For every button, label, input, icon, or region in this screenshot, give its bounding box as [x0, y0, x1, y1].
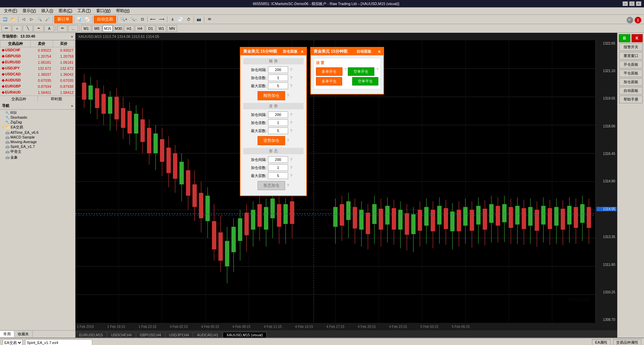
auto-trade-btn[interactable]: 自动交易 — [94, 16, 116, 23]
add-panel-header[interactable]: 黄金美元 15分钟图 加仓面板 × — [240, 48, 306, 55]
tab-common[interactable]: 常用 — [0, 331, 14, 337]
shape-multiplier-input[interactable] — [268, 164, 288, 171]
ea-name-input[interactable] — [25, 339, 92, 345]
zoom-in-btn[interactable]: 🔍 — [36, 16, 43, 23]
nav-stochastic[interactable]: 🔧 Stochastic — [1, 115, 74, 120]
minimize-btn[interactable]: ─ — [623, 1, 628, 6]
add-panel-btn[interactable]: 加仓面板 — [619, 78, 643, 86]
window-controls[interactable]: ─ □ × — [623, 1, 641, 6]
market-price-row[interactable]: ◆USDJPY 132.672 132.672 — [0, 65, 75, 71]
shape-interval-qmark[interactable]: ? — [290, 158, 292, 162]
cursor-tool[interactable]: + — [12, 25, 22, 32]
chart-btn1[interactable]: 📊 — [75, 16, 83, 23]
tab-usdchf[interactable]: USDCHF,H4 — [107, 332, 136, 338]
trend-interval-input[interactable] — [268, 66, 288, 73]
text-tool[interactable]: A — [44, 25, 54, 32]
shape-add-btn[interactable]: 形态加仓 — [258, 181, 285, 190]
symbol-properties-btn[interactable]: 交易品种属性 — [613, 339, 641, 345]
market-price-row[interactable]: ◆EURGBP 0.87934 0.87938 — [0, 83, 75, 90]
new-btn[interactable]: 🆕 — [1, 16, 9, 23]
auto-panel-header[interactable]: 黄金美元 15分钟图 自动面板 × — [311, 48, 383, 55]
zoom-out-btn[interactable]: 🔎 — [44, 16, 51, 23]
move-btn2[interactable]: ⟶ — [158, 16, 166, 23]
menu-chart[interactable]: 图表(C) — [56, 7, 75, 14]
trend-maxlayer-qmark[interactable]: ? — [290, 84, 292, 88]
menu-file[interactable]: 文件(F) — [1, 7, 20, 14]
tf-dots[interactable]: ... — [68, 25, 78, 32]
market-price-row[interactable]: ◆USDCAD 1.36037 1.36042 — [0, 71, 75, 77]
market-price-row[interactable]: ◆EURAUD 1.58401 1.58412 — [0, 90, 75, 96]
help-btn[interactable]: 帮助手册 — [619, 96, 643, 103]
nav-zigzag[interactable]: 🔧 ZigZag — [1, 120, 74, 124]
tf-m30[interactable]: M30 — [113, 25, 123, 32]
zoom-btn1[interactable]: 🔍+ — [119, 16, 128, 23]
nav-jinxiang[interactable]: 🤖 金象 — [1, 155, 74, 160]
nav-macd[interactable]: 🤖 MACD Sample — [1, 135, 74, 139]
tf-d1[interactable]: D1 — [146, 25, 156, 32]
menu-view[interactable]: 显示(V) — [20, 7, 39, 14]
trend-interval-qmark[interactable]: ? — [290, 68, 292, 72]
reset-window-btn[interactable]: 重置窗口 — [619, 52, 643, 60]
draw-tool[interactable]: ✏ — [1, 25, 11, 32]
tf-w1[interactable]: W1 — [156, 25, 166, 32]
chart-btn2[interactable]: 📈 — [84, 16, 91, 23]
navigator-close[interactable]: × — [71, 104, 73, 108]
ea-properties-btn[interactable]: EA属性 — [592, 339, 610, 345]
tab-audcad[interactable]: AUDCAD,H1 — [193, 332, 222, 338]
fit-btn[interactable]: ⊡ — [139, 16, 146, 23]
tab-gbpusd[interactable]: GBPUSD,H4 — [136, 332, 165, 338]
market-price-row[interactable]: ◆USDCHF 0.93022 0.93027 — [0, 47, 75, 53]
multi-close-btn[interactable]: 多单平仓 — [316, 77, 342, 85]
chart-type-btn[interactable]: 🕯 — [169, 16, 176, 23]
tab-eurusd[interactable]: EURUSD,M15 — [75, 332, 107, 338]
zoom-btn2[interactable]: 🔍- — [129, 16, 138, 23]
market-prices-close[interactable]: × — [71, 35, 73, 39]
trend-multiplier-input[interactable] — [268, 74, 288, 81]
close-btn[interactable]: × — [636, 1, 641, 6]
forward-btn[interactable]: ▷ — [28, 16, 35, 23]
realtime-tab[interactable]: 即时图 — [38, 96, 75, 102]
tf-m15[interactable]: M15 — [103, 25, 113, 32]
nav-spirit-ea[interactable]: 🤖 Spirit_EA_v1.7 — [1, 144, 74, 149]
open-btn[interactable]: 📂 — [9, 16, 17, 23]
trend-multiplier-qmark[interactable]: ? — [290, 76, 292, 80]
counter-maxlayer-input[interactable] — [268, 127, 288, 134]
nav-ea-folder[interactable]: ▼ 📁 EA交易 — [1, 124, 74, 130]
trend-add-btn[interactable]: 顺势加仓 — [258, 91, 285, 100]
draw-mode-btn[interactable]: ✏ — [57, 25, 67, 32]
shape-maxlayer-input[interactable] — [268, 172, 288, 179]
counter-multiplier-input[interactable] — [268, 119, 288, 126]
period-btn[interactable]: ⏱ — [185, 16, 192, 23]
counter-interval-qmark[interactable]: ? — [290, 113, 292, 117]
indicators-btn[interactable]: 📉 — [177, 16, 184, 23]
counter-multiplier-qmark[interactable]: ? — [290, 121, 292, 125]
nav-moving-avg[interactable]: 🤖 Moving Average — [1, 139, 74, 144]
k-button[interactable]: K — [632, 34, 643, 42]
menu-help[interactable]: 帮助(H) — [113, 7, 132, 14]
multi-open-qmark[interactable]: ? — [344, 67, 346, 76]
empty-close-btn[interactable]: 空单平仓 — [352, 77, 378, 85]
b-button[interactable]: B — [619, 34, 630, 42]
tab-usdjpy[interactable]: USDJPY,H4 — [165, 332, 193, 338]
maximize-btn[interactable]: □ — [629, 1, 635, 6]
tf-m5[interactable]: M5 — [92, 25, 102, 32]
counter-interval-input[interactable] — [268, 111, 288, 118]
shape-btn-qmark[interactable]: ? — [287, 183, 289, 187]
trend-btn-qmark[interactable]: ? — [287, 94, 289, 98]
shape-multiplier-qmark[interactable]: ? — [290, 166, 292, 170]
multi-open-btn[interactable]: 多单开仓 — [316, 67, 342, 76]
counter-btn-qmark[interactable]: ? — [287, 138, 289, 142]
trend-maxlayer-input[interactable] — [268, 82, 288, 89]
tf-mn[interactable]: MN — [167, 25, 177, 32]
tf-h4[interactable]: H4 — [135, 25, 145, 32]
search-icon[interactable]: 🔍 — [627, 17, 633, 23]
auto-panel-btn[interactable]: 自动面板 — [619, 87, 643, 95]
empty-open-btn[interactable]: 空单开仓 — [348, 67, 374, 76]
menu-window[interactable]: 窗口(W) — [94, 7, 113, 14]
nav-jiaguwenoracle[interactable]: 🤖 甲骨文 — [1, 149, 74, 155]
nav-rsi[interactable]: 🔧 RSI — [1, 110, 74, 115]
shape-maxlayer-qmark[interactable]: ? — [290, 174, 292, 178]
market-price-row[interactable]: ◆AUDUSD 0.67035 0.67035 — [0, 77, 75, 83]
shape-interval-input[interactable] — [268, 156, 288, 163]
new-order-btn[interactable]: 新订单 — [54, 16, 72, 23]
